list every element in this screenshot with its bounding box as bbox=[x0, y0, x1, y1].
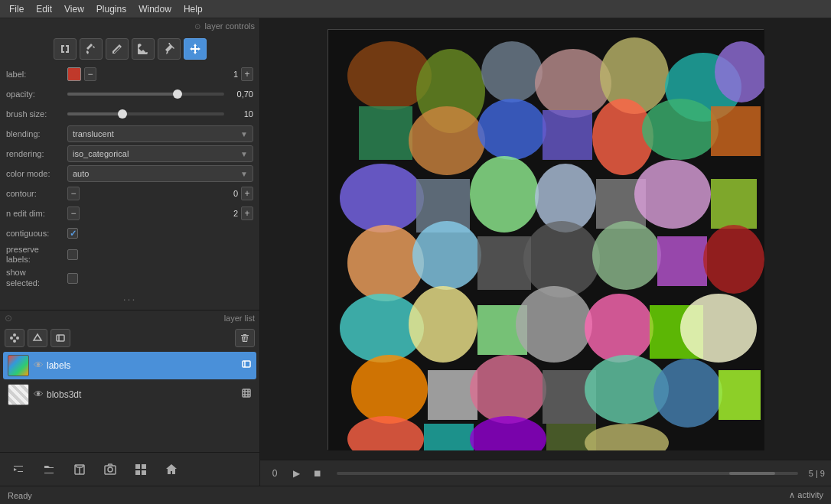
timeline-stop-btn[interactable]: ⏹ bbox=[309, 465, 326, 482]
activity-label: ∧ activity bbox=[789, 490, 823, 500]
opacity-slider[interactable] bbox=[67, 87, 224, 101]
contour-increment-btn[interactable]: + bbox=[241, 187, 253, 200]
bottom-home-btn[interactable] bbox=[159, 457, 184, 482]
svg-point-31 bbox=[634, 160, 711, 229]
svg-rect-25 bbox=[711, 106, 761, 156]
svg-rect-48 bbox=[428, 370, 477, 420]
contour-decrement-btn[interactable]: − bbox=[67, 187, 80, 200]
brush-size-value: 10 bbox=[67, 107, 253, 121]
show-selected-checkbox[interactable] bbox=[67, 273, 78, 284]
more-options-dots[interactable]: ··· bbox=[6, 291, 253, 307]
svg-point-49 bbox=[470, 355, 546, 424]
svg-rect-19 bbox=[359, 106, 412, 160]
svg-point-1 bbox=[13, 333, 16, 337]
menu-plugins[interactable]: Plugins bbox=[90, 2, 132, 16]
tool-move[interactable] bbox=[184, 38, 207, 60]
layer-eye-blobs3dt[interactable]: 👁 bbox=[34, 389, 44, 400]
brush-size-value-display: 10 bbox=[230, 109, 253, 119]
svg-point-33 bbox=[347, 225, 424, 301]
layer-type-icon-labels bbox=[241, 359, 252, 372]
label-property-value: − 1 + bbox=[67, 67, 253, 81]
svg-point-26 bbox=[340, 164, 424, 232]
menu-window[interactable]: Window bbox=[132, 2, 178, 16]
tool-picker[interactable] bbox=[158, 38, 181, 60]
tool-fill[interactable] bbox=[132, 38, 155, 60]
svg-point-15 bbox=[535, 49, 611, 118]
bottom-console-btn[interactable] bbox=[6, 457, 31, 482]
layer-controls-title: layer controls bbox=[205, 21, 255, 31]
timeline-play-btn[interactable]: ▶ bbox=[288, 465, 305, 482]
svg-point-44 bbox=[585, 294, 653, 363]
rendering-value: iso_categorical bbox=[73, 149, 240, 158]
menu-edit[interactable]: Edit bbox=[30, 2, 58, 16]
canvas-viewport[interactable] bbox=[260, 18, 831, 460]
canvas-image bbox=[328, 29, 764, 450]
svg-point-24 bbox=[642, 99, 719, 160]
svg-rect-7 bbox=[243, 389, 250, 397]
opacity-value: 0,70 bbox=[67, 87, 253, 101]
layer-name-blobs3dt: blobs3dt bbox=[47, 389, 241, 400]
label-property: label: − 1 + bbox=[6, 66, 253, 83]
blending-value: translucent bbox=[73, 129, 240, 138]
blending-dropdown[interactable]: translucent ▼ bbox=[67, 125, 253, 142]
layer-tool-labels[interactable] bbox=[51, 329, 70, 347]
menu-file[interactable]: File bbox=[3, 2, 30, 16]
svg-point-39 bbox=[703, 225, 764, 294]
menu-help[interactable]: Help bbox=[178, 2, 209, 16]
timeline-slider[interactable] bbox=[337, 472, 798, 475]
layer-item-labels[interactable]: 👁 labels bbox=[3, 352, 256, 379]
status-ready: Ready bbox=[8, 491, 32, 500]
rendering-property: rendering: iso_categorical ▼ bbox=[6, 145, 253, 162]
layer-list-toolbar bbox=[0, 326, 259, 350]
n-edit-dim-label: n edit dim: bbox=[6, 209, 67, 218]
tool-paint[interactable] bbox=[80, 38, 103, 60]
tool-transform[interactable] bbox=[54, 38, 77, 60]
blending-dropdown-arrow: ▼ bbox=[240, 130, 248, 138]
svg-point-20 bbox=[409, 106, 485, 175]
svg-rect-6 bbox=[243, 361, 250, 367]
bottom-3dviewer-btn[interactable] bbox=[67, 457, 92, 482]
layer-tool-shapes[interactable] bbox=[28, 329, 47, 347]
layer-tool-points[interactable] bbox=[5, 329, 24, 347]
svg-point-0 bbox=[10, 337, 13, 340]
rendering-dropdown[interactable]: iso_categorical ▼ bbox=[67, 145, 253, 162]
svg-point-47 bbox=[351, 355, 428, 424]
timeline-frame-label: 0 bbox=[266, 465, 283, 482]
menu-view[interactable]: View bbox=[58, 2, 90, 16]
color-mode-value: auto bbox=[73, 169, 240, 178]
left-panel: ⊙ layer controls bbox=[0, 18, 260, 486]
layer-delete-button[interactable] bbox=[235, 329, 255, 347]
svg-point-2 bbox=[16, 337, 19, 340]
rendering-label: rendering: bbox=[6, 149, 67, 158]
brush-size-property: brush size: 10 bbox=[6, 106, 253, 122]
layer-eye-labels[interactable]: 👁 bbox=[34, 359, 44, 371]
svg-point-34 bbox=[412, 221, 481, 290]
label-decrement-btn[interactable]: − bbox=[84, 67, 96, 81]
contour-num-control: − 0 + bbox=[67, 187, 253, 200]
brush-size-slider[interactable] bbox=[67, 107, 224, 121]
layer-properties: label: − 1 + opacity: bbox=[0, 64, 259, 310]
bottom-grid-btn[interactable] bbox=[129, 457, 153, 482]
brush-size-label: brush size: bbox=[6, 109, 67, 119]
n-edit-dim-decrement-btn[interactable]: − bbox=[67, 206, 80, 220]
label-color-swatch[interactable] bbox=[67, 67, 81, 81]
bottom-filebrowser-btn[interactable] bbox=[37, 457, 61, 482]
show-selected-label: showselected: bbox=[6, 268, 67, 288]
blob-visualization bbox=[328, 30, 764, 450]
contiguous-checkbox[interactable]: ✓ bbox=[67, 228, 78, 239]
svg-point-28 bbox=[470, 156, 539, 232]
svg-marker-4 bbox=[34, 334, 41, 340]
bottom-screenshot-btn[interactable] bbox=[98, 457, 122, 482]
layer-item-blobs3dt[interactable]: 👁 blobs3dt bbox=[3, 381, 256, 408]
activity-toggle[interactable]: ∧ activity bbox=[789, 490, 823, 500]
svg-point-14 bbox=[481, 41, 543, 102]
label-increment-btn[interactable]: + bbox=[241, 67, 253, 81]
n-edit-dim-increment-btn[interactable]: + bbox=[241, 206, 253, 220]
preserve-labels-checkbox[interactable] bbox=[67, 249, 78, 260]
tool-pencil[interactable] bbox=[106, 38, 129, 60]
contiguous-property: contiguous: ✓ bbox=[6, 225, 253, 242]
contour-value-display: 0 bbox=[80, 189, 241, 198]
show-selected-property: showselected: bbox=[6, 268, 253, 288]
color-mode-dropdown[interactable]: auto ▼ bbox=[67, 165, 253, 182]
svg-point-41 bbox=[409, 286, 477, 363]
